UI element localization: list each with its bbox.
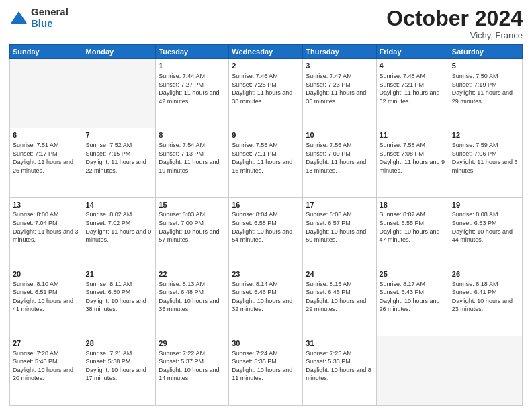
calendar-cell: 24Sunrise: 8:15 AMSunset: 6:45 PMDayligh… xyxy=(303,267,376,336)
day-number: 7 xyxy=(86,130,153,140)
day-info: Sunrise: 8:04 AMSunset: 6:58 PMDaylight:… xyxy=(232,210,300,244)
logo-blue: Blue xyxy=(31,18,69,30)
calendar-cell: 1Sunrise: 7:44 AMSunset: 7:27 PMDaylight… xyxy=(156,59,229,128)
day-number: 1 xyxy=(159,61,226,71)
day-number: 9 xyxy=(232,130,300,140)
day-info: Sunrise: 7:24 AMSunset: 5:35 PMDaylight:… xyxy=(232,349,300,383)
calendar-cell: 7Sunrise: 7:52 AMSunset: 7:15 PMDaylight… xyxy=(83,128,156,197)
day-info: Sunrise: 7:46 AMSunset: 7:25 PMDaylight:… xyxy=(232,72,300,105)
day-number: 30 xyxy=(232,338,300,349)
day-info: Sunrise: 7:47 AMSunset: 7:23 PMDaylight:… xyxy=(306,72,373,105)
calendar-cell xyxy=(10,59,83,128)
day-number: 10 xyxy=(306,130,373,140)
day-info: Sunrise: 8:15 AMSunset: 6:45 PMDaylight:… xyxy=(306,280,373,314)
day-number: 24 xyxy=(306,269,373,279)
day-info: Sunrise: 8:17 AMSunset: 6:43 PMDaylight:… xyxy=(380,280,446,314)
day-number: 23 xyxy=(232,269,300,279)
day-number: 22 xyxy=(159,269,226,279)
calendar-cell: 21Sunrise: 8:11 AMSunset: 6:50 PMDayligh… xyxy=(83,267,156,336)
svg-rect-1 xyxy=(17,19,21,24)
logo-icon xyxy=(9,9,28,28)
calendar-cell: 12Sunrise: 7:59 AMSunset: 7:06 PMDayligh… xyxy=(449,128,522,197)
day-number: 26 xyxy=(452,269,519,279)
calendar-cell: 26Sunrise: 8:18 AMSunset: 6:41 PMDayligh… xyxy=(449,267,522,336)
logo-general: General xyxy=(31,7,69,18)
day-info: Sunrise: 7:50 AMSunset: 7:19 PMDaylight:… xyxy=(452,72,519,105)
calendar-cell: 14Sunrise: 8:02 AMSunset: 7:02 PMDayligh… xyxy=(83,197,156,267)
day-info: Sunrise: 8:07 AMSunset: 6:55 PMDaylight:… xyxy=(380,210,446,244)
day-info: Sunrise: 7:44 AMSunset: 7:27 PMDaylight:… xyxy=(159,72,226,105)
day-number: 31 xyxy=(306,338,373,349)
calendar-week-row: 13Sunrise: 8:00 AMSunset: 7:04 PMDayligh… xyxy=(10,197,523,267)
calendar-cell xyxy=(449,336,522,405)
day-number: 21 xyxy=(86,269,153,279)
calendar-cell: 8Sunrise: 7:54 AMSunset: 7:13 PMDaylight… xyxy=(156,128,229,197)
calendar-cell: 29Sunrise: 7:22 AMSunset: 5:37 PMDayligh… xyxy=(156,336,229,405)
calendar-cell: 11Sunrise: 7:58 AMSunset: 7:08 PMDayligh… xyxy=(376,128,449,197)
weekday-header: Sunday xyxy=(10,45,83,59)
logo: General Blue xyxy=(9,7,69,29)
calendar-cell: 17Sunrise: 8:06 AMSunset: 6:57 PMDayligh… xyxy=(303,197,376,267)
day-number: 25 xyxy=(380,269,446,279)
calendar-cell: 6Sunrise: 7:51 AMSunset: 7:17 PMDaylight… xyxy=(10,128,83,197)
calendar-cell: 10Sunrise: 7:56 AMSunset: 7:09 PMDayligh… xyxy=(303,128,376,197)
day-info: Sunrise: 7:48 AMSunset: 7:21 PMDaylight:… xyxy=(380,72,446,105)
calendar-cell: 27Sunrise: 7:20 AMSunset: 5:40 PMDayligh… xyxy=(10,336,83,405)
day-info: Sunrise: 7:22 AMSunset: 5:37 PMDaylight:… xyxy=(159,349,226,383)
day-number: 19 xyxy=(452,200,519,210)
day-number: 2 xyxy=(232,61,300,71)
day-info: Sunrise: 8:18 AMSunset: 6:41 PMDaylight:… xyxy=(452,280,519,314)
calendar-week-row: 27Sunrise: 7:20 AMSunset: 5:40 PMDayligh… xyxy=(10,336,523,405)
location: Vichy, France xyxy=(386,30,523,40)
day-number: 11 xyxy=(380,130,446,140)
day-info: Sunrise: 8:08 AMSunset: 6:53 PMDaylight:… xyxy=(452,210,519,244)
title-block: October 2024 Vichy, France xyxy=(386,7,523,40)
calendar-cell: 3Sunrise: 7:47 AMSunset: 7:23 PMDaylight… xyxy=(303,59,376,128)
weekday-header: Friday xyxy=(376,45,449,59)
day-number: 14 xyxy=(86,200,153,210)
day-number: 13 xyxy=(13,200,80,210)
day-info: Sunrise: 8:03 AMSunset: 7:00 PMDaylight:… xyxy=(159,210,226,244)
day-info: Sunrise: 7:21 AMSunset: 5:38 PMDaylight:… xyxy=(86,349,153,383)
day-number: 20 xyxy=(13,269,80,279)
weekday-header: Wednesday xyxy=(229,45,303,59)
weekday-header: Thursday xyxy=(303,45,376,59)
page: General Blue October 2024 Vichy, France … xyxy=(0,0,532,411)
header: General Blue October 2024 Vichy, France xyxy=(9,7,523,40)
calendar-cell: 20Sunrise: 8:10 AMSunset: 6:51 PMDayligh… xyxy=(10,267,83,336)
calendar-cell: 30Sunrise: 7:24 AMSunset: 5:35 PMDayligh… xyxy=(229,336,303,405)
calendar-cell: 28Sunrise: 7:21 AMSunset: 5:38 PMDayligh… xyxy=(83,336,156,405)
day-info: Sunrise: 8:00 AMSunset: 7:04 PMDaylight:… xyxy=(13,210,80,244)
month-title: October 2024 xyxy=(386,7,523,30)
day-number: 16 xyxy=(232,200,300,210)
day-info: Sunrise: 8:06 AMSunset: 6:57 PMDaylight:… xyxy=(306,210,373,244)
day-info: Sunrise: 7:58 AMSunset: 7:08 PMDaylight:… xyxy=(380,141,446,175)
calendar-cell: 22Sunrise: 8:13 AMSunset: 6:48 PMDayligh… xyxy=(156,267,229,336)
calendar-cell: 16Sunrise: 8:04 AMSunset: 6:58 PMDayligh… xyxy=(229,197,303,267)
calendar-cell: 2Sunrise: 7:46 AMSunset: 7:25 PMDaylight… xyxy=(229,59,303,128)
weekday-header: Saturday xyxy=(449,45,522,59)
day-number: 17 xyxy=(306,200,373,210)
weekday-header-row: SundayMondayTuesdayWednesdayThursdayFrid… xyxy=(10,45,523,59)
day-number: 6 xyxy=(13,130,80,140)
logo-text: General Blue xyxy=(31,7,69,29)
day-info: Sunrise: 7:59 AMSunset: 7:06 PMDaylight:… xyxy=(452,141,519,175)
weekday-header: Monday xyxy=(83,45,156,59)
calendar-week-row: 6Sunrise: 7:51 AMSunset: 7:17 PMDaylight… xyxy=(10,128,523,197)
day-info: Sunrise: 7:20 AMSunset: 5:40 PMDaylight:… xyxy=(13,349,80,383)
day-info: Sunrise: 7:52 AMSunset: 7:15 PMDaylight:… xyxy=(86,141,153,175)
day-info: Sunrise: 8:11 AMSunset: 6:50 PMDaylight:… xyxy=(86,280,153,314)
day-number: 15 xyxy=(159,200,226,210)
day-info: Sunrise: 8:02 AMSunset: 7:02 PMDaylight:… xyxy=(86,210,153,244)
calendar-week-row: 20Sunrise: 8:10 AMSunset: 6:51 PMDayligh… xyxy=(10,267,523,336)
day-number: 8 xyxy=(159,130,226,140)
day-number: 5 xyxy=(452,61,519,71)
day-number: 4 xyxy=(380,61,446,71)
day-info: Sunrise: 7:25 AMSunset: 5:33 PMDaylight:… xyxy=(306,349,373,383)
calendar-cell: 15Sunrise: 8:03 AMSunset: 7:00 PMDayligh… xyxy=(156,197,229,267)
calendar-cell: 18Sunrise: 8:07 AMSunset: 6:55 PMDayligh… xyxy=(376,197,449,267)
calendar-cell: 4Sunrise: 7:48 AMSunset: 7:21 PMDaylight… xyxy=(376,59,449,128)
day-info: Sunrise: 8:14 AMSunset: 6:46 PMDaylight:… xyxy=(232,280,300,314)
calendar-cell: 19Sunrise: 8:08 AMSunset: 6:53 PMDayligh… xyxy=(449,197,522,267)
day-info: Sunrise: 7:54 AMSunset: 7:13 PMDaylight:… xyxy=(159,141,226,175)
